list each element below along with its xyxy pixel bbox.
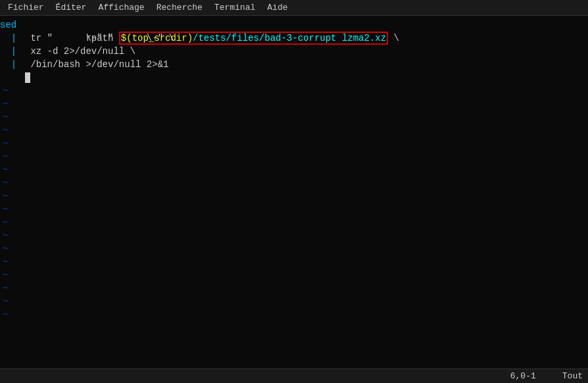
editor-line-1: sed rpath $(top_srcdir)/tests/files/bad-… [0, 18, 588, 32]
tilde-7: ~ [0, 163, 25, 176]
tilde-2: ~ [0, 97, 25, 111]
tilde-14: ~ [0, 255, 25, 268]
menu-terminal[interactable]: Terminal [209, 1, 260, 14]
text-cursor [25, 72, 30, 83]
menu-recherche[interactable]: Recherche [151, 1, 208, 14]
tilde-line-7: ~ [0, 163, 588, 176]
tilde-line-17: ~ [0, 295, 588, 308]
editor-content: sed rpath $(top_srcdir)/tests/files/bad-… [0, 16, 588, 369]
line-prefix-3: | [0, 45, 25, 58]
tilde-3: ~ [0, 111, 25, 124]
tilde-8: ~ [0, 176, 25, 190]
editor-line-2: | tr " \-" " \-" \ [0, 32, 588, 45]
line-prefix-4: | [0, 58, 25, 71]
menu-editer[interactable]: Éditer [51, 1, 92, 14]
tilde-11: ~ [0, 216, 25, 229]
tilde-12: ~ [0, 229, 25, 242]
tilde-6: ~ [0, 150, 25, 163]
tilde-18: ~ [0, 308, 25, 321]
tilde-line-9: ~ [0, 190, 588, 203]
line-content-2: tr " \-" " \-" \ [25, 32, 174, 45]
line-prefix-2: | [0, 32, 25, 45]
editor-line-cursor [0, 71, 588, 84]
tilde-line-11: ~ [0, 216, 588, 229]
editor-line-3: | xz -d 2>/dev/null \ [0, 45, 588, 58]
menu-affichage[interactable]: Affichage [93, 1, 149, 14]
tilde-16: ~ [0, 282, 25, 295]
tilde-line-16: ~ [0, 282, 588, 295]
statusbar: 6,0-1 Tout [0, 369, 588, 383]
tilde-line-18: ~ [0, 308, 588, 321]
tilde-line-2: ~ [0, 97, 588, 111]
line-content-cursor [25, 71, 30, 84]
status-view: Tout [562, 371, 583, 381]
tilde-1: ~ [0, 84, 25, 97]
editor-area[interactable]: sed rpath $(top_srcdir)/tests/files/bad-… [0, 16, 588, 369]
line-content-3: xz -d 2>/dev/null \ [25, 45, 135, 58]
tilde-17: ~ [0, 295, 25, 308]
tilde-line-8: ~ [0, 176, 588, 190]
menu-aide[interactable]: Aide [262, 1, 293, 14]
tilde-line-1: ~ [0, 84, 588, 97]
editor-line-4: | /bin/bash >/dev/null 2>&1 [0, 58, 588, 71]
tilde-15: ~ [0, 268, 25, 282]
tilde-line-14: ~ [0, 255, 588, 268]
tilde-line-15: ~ [0, 268, 588, 282]
tilde-line-13: ~ [0, 242, 588, 255]
menubar: Fichier Éditer Affichage Recherche Termi… [0, 0, 588, 16]
lines-col: sed rpath $(top_srcdir)/tests/files/bad-… [0, 18, 588, 366]
tilde-line-10: ~ [0, 203, 588, 216]
tilde-4: ~ [0, 124, 25, 137]
tilde-5: ~ [0, 137, 25, 150]
menu-fichier[interactable]: Fichier [3, 1, 49, 14]
tilde-line-12: ~ [0, 229, 588, 242]
tilde-13: ~ [0, 242, 25, 255]
tilde-line-5: ~ [0, 137, 588, 150]
tilde-line-3: ~ [0, 111, 588, 124]
tilde-line-4: ~ [0, 124, 588, 137]
tilde-line-6: ~ [0, 150, 588, 163]
status-position: 6,0-1 [510, 371, 536, 381]
tilde-10: ~ [0, 203, 25, 216]
tilde-9: ~ [0, 190, 25, 203]
line-prefix-1: sed [0, 18, 25, 32]
line-content-4: /bin/bash >/dev/null 2>&1 [25, 58, 168, 71]
